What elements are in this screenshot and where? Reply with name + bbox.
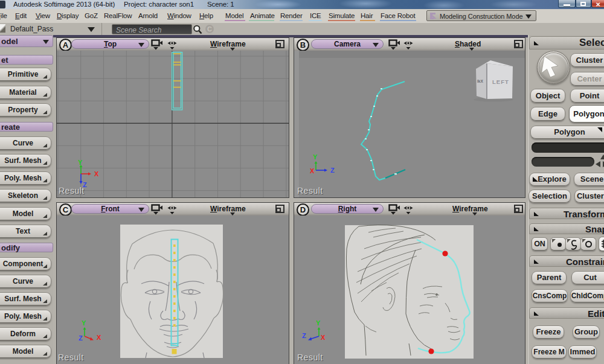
svg-text:X: X — [97, 334, 101, 341]
svg-text:Y: Y — [316, 319, 321, 327]
svg-text:X: X — [310, 167, 315, 174]
svg-text:Z: Z — [330, 167, 335, 174]
svg-text:X: X — [321, 334, 326, 341]
svg-text:Z: Z — [302, 332, 306, 339]
svg-text:X: X — [94, 170, 99, 177]
svg-text:Y: Y — [82, 319, 86, 327]
svg-text:LEFT: LEFT — [492, 78, 509, 85]
svg-text:Z: Z — [79, 334, 83, 342]
svg-text:Y: Y — [78, 159, 83, 166]
svg-text:Y: Y — [313, 153, 318, 161]
svg-text:IkX: IkX — [477, 79, 483, 83]
